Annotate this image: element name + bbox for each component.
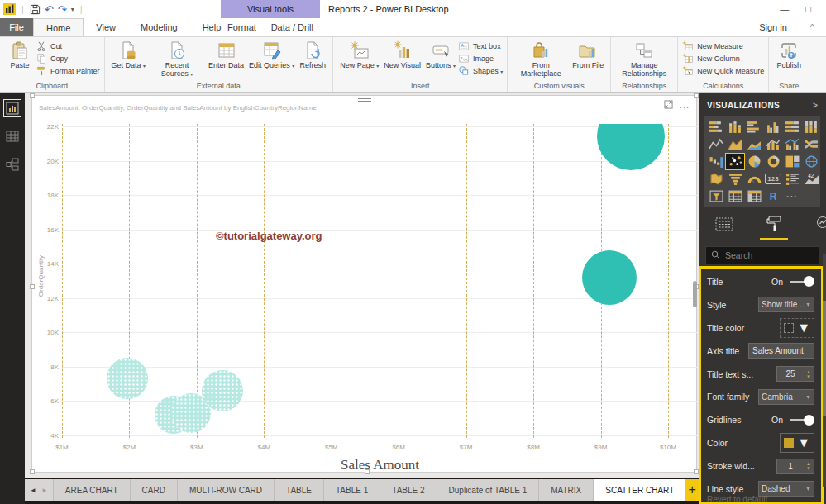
analytics-pane-tab[interactable]: [809, 216, 826, 240]
image-button[interactable]: Image: [458, 53, 503, 64]
scatter-chart-icon[interactable]: [726, 154, 744, 169]
publish-button[interactable]: Publish: [773, 39, 805, 70]
title-text-s-stepper[interactable]: 25▲▼: [776, 366, 814, 382]
treemap-icon[interactable]: [783, 154, 801, 169]
line-and-clustered-column-chart-icon[interactable]: [783, 136, 801, 152]
new-measure-button[interactable]: New Measure: [682, 40, 764, 52]
buttons-button[interactable]: Buttons ▾: [423, 39, 458, 70]
new-page-tab-button[interactable]: +: [685, 479, 699, 501]
clustered-column-chart-icon[interactable]: [764, 119, 782, 135]
scatter-bubble-6[interactable]: [597, 124, 665, 170]
font-family-dropdown[interactable]: Cambria▼: [758, 389, 814, 405]
text-box-button[interactable]: AText box: [458, 40, 503, 52]
multi-row-card-icon[interactable]: [783, 171, 801, 187]
new-quick-measure-button[interactable]: New Quick Measure: [682, 65, 764, 77]
menu-tab-modeling[interactable]: Modeling: [128, 18, 190, 36]
card-icon[interactable]: 123: [764, 171, 782, 187]
gridlines-toggle[interactable]: [790, 414, 814, 426]
selection-handle[interactable]: [30, 93, 35, 98]
waterfall-chart-icon[interactable]: [707, 154, 725, 169]
selection-handle[interactable]: [30, 469, 35, 474]
clustered-bar-chart-icon[interactable]: [745, 119, 763, 135]
ribbon-chart-icon[interactable]: [802, 136, 820, 152]
stacked-column-chart-icon[interactable]: [726, 119, 744, 135]
stroke-wid-stepper[interactable]: 1▲▼: [776, 459, 814, 474]
style-dropdown[interactable]: Show title ...▼: [758, 297, 814, 312]
focus-mode-icon[interactable]: [664, 97, 673, 112]
scatter-bubble-4[interactable]: [202, 370, 243, 411]
page-tab-area-chart[interactable]: AREA CHART: [53, 479, 130, 501]
table-icon[interactable]: [726, 188, 744, 204]
filled-map-icon[interactable]: [707, 171, 725, 187]
pane-scrollbar[interactable]: [823, 254, 826, 487]
undo-icon[interactable]: ↶: [45, 3, 54, 16]
menu-tab-view[interactable]: View: [84, 18, 128, 36]
area-chart-icon[interactable]: [726, 136, 744, 152]
report-canvas[interactable]: ... SalesAmount, OrderQuantity, OrderQua…: [25, 93, 699, 504]
page-tab-duplicate-of-table-1[interactable]: Duplicate of TABLE 1: [437, 479, 539, 501]
file-menu-button[interactable]: File: [0, 18, 33, 36]
slicer-icon[interactable]: [707, 188, 725, 204]
new-visual-button[interactable]: New Visual: [381, 39, 423, 70]
data-view-icon[interactable]: [3, 127, 21, 145]
format-painter-button[interactable]: Format Painter: [36, 65, 100, 77]
scatter-bubble-5[interactable]: [582, 250, 637, 305]
matrix-icon[interactable]: [745, 188, 763, 204]
scatter-chart-visual[interactable]: ... SalesAmount, OrderQuantity, OrderQua…: [31, 95, 697, 473]
report-view-icon[interactable]: [3, 99, 21, 117]
color-color-picker[interactable]: ▼: [780, 433, 814, 453]
manage-relationships-button[interactable]: Manage Relationships: [615, 39, 673, 78]
get-data-button[interactable]: Get Data ▾: [109, 39, 149, 70]
prev-page-icon[interactable]: ◄: [30, 487, 36, 494]
shapes-button[interactable]: Shapes ▾: [458, 65, 503, 77]
title-color-color-picker[interactable]: ▼: [780, 318, 814, 338]
enter-data-button[interactable]: Enter Data: [206, 39, 246, 70]
funnel-icon[interactable]: [726, 171, 744, 187]
map-icon[interactable]: [802, 154, 820, 169]
r-script-icon[interactable]: R: [764, 188, 782, 204]
selection-handle[interactable]: [365, 469, 370, 474]
recent-sources-button[interactable]: Recent Sources ▾: [148, 39, 206, 78]
from-marketplace-button[interactable]: From Marketplace: [512, 39, 570, 78]
stacked-bar-chart-icon[interactable]: [707, 119, 725, 135]
redo-icon[interactable]: ↷: [58, 3, 67, 16]
save-icon[interactable]: [30, 4, 41, 15]
fields-pane-tab[interactable]: [710, 217, 738, 240]
refresh-button[interactable]: Refresh: [297, 39, 328, 70]
more-options-icon[interactable]: ···: [783, 188, 801, 204]
new-column-button[interactable]: New Column: [682, 53, 764, 64]
visual-drag-grip-icon[interactable]: [358, 97, 371, 103]
line-and-stacked-column-chart-icon[interactable]: [764, 136, 782, 152]
stacked-area-chart-icon[interactable]: [745, 136, 763, 152]
sign-in-link[interactable]: Sign in: [759, 22, 787, 32]
collapse-pane-chevron-icon[interactable]: >: [813, 100, 818, 110]
copy-button[interactable]: Copy: [36, 53, 100, 64]
stepper-arrows-icon[interactable]: ▲▼: [804, 459, 814, 473]
selection-handle[interactable]: [30, 284, 35, 289]
new-page-button[interactable]: New Page ▾: [337, 39, 381, 70]
page-tab-scatter-chart[interactable]: SCATTER CHART: [593, 479, 685, 501]
donut-chart-icon[interactable]: [764, 154, 782, 169]
cut-button[interactable]: Cut: [36, 40, 100, 52]
format-pane-tab[interactable]: [760, 216, 788, 240]
stepper-arrows-icon[interactable]: ▲▼: [804, 367, 814, 381]
menu-tab-format[interactable]: Format: [227, 18, 256, 36]
menu-tab-data-drill[interactable]: Data / Drill: [271, 18, 313, 36]
page-tab-card[interactable]: CARD: [130, 479, 177, 501]
revert-to-default-link[interactable]: Revert to default: [707, 495, 767, 504]
from-file-button[interactable]: From File: [570, 39, 606, 70]
paste-button[interactable]: Paste: [4, 39, 36, 70]
next-page-icon[interactable]: ►: [41, 487, 48, 494]
collapse-ribbon-icon[interactable]: ^: [810, 22, 814, 32]
page-tab-matrix[interactable]: MATRIX: [538, 479, 593, 501]
page-tab-table-1[interactable]: TABLE 1: [323, 479, 380, 501]
line-chart-icon[interactable]: [707, 136, 725, 152]
format-search-box[interactable]: [705, 246, 819, 264]
hundred-stacked-column-chart-icon[interactable]: [802, 119, 820, 135]
page-tab-table[interactable]: TABLE: [274, 479, 323, 501]
canvas-vertical-scrollbar[interactable]: [693, 281, 697, 307]
search-input[interactable]: [725, 250, 808, 260]
visual-more-options-icon[interactable]: ...: [680, 100, 690, 110]
model-view-icon[interactable]: [3, 155, 21, 174]
page-tab-table-2[interactable]: TABLE 2: [380, 479, 436, 501]
